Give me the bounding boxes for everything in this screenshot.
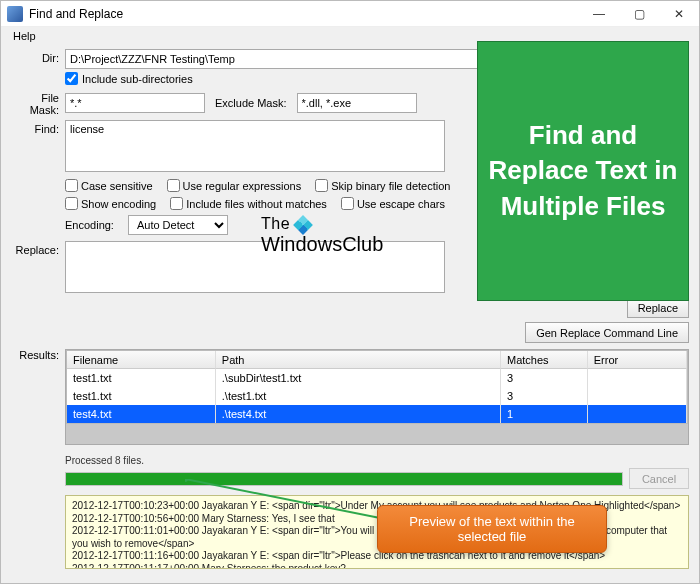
brand-logo-icon bbox=[293, 215, 313, 235]
encoding-label: Encoding: bbox=[65, 219, 114, 231]
show-encoding-label: Show encoding bbox=[81, 198, 156, 210]
cell-filename: test1.txt bbox=[67, 387, 216, 405]
col-path[interactable]: Path bbox=[216, 351, 501, 369]
case-sensitive-label: Case sensitive bbox=[81, 180, 153, 192]
dir-label: Dir: bbox=[11, 49, 65, 64]
find-label: Find: bbox=[11, 120, 65, 135]
titlebar: Find and Replace — ▢ ✕ bbox=[1, 1, 699, 27]
preview-line: 2012-12-17T00:11:17+00:00 Mary Starness:… bbox=[72, 563, 682, 570]
cell-error bbox=[588, 387, 687, 405]
include-subdirs-checkbox[interactable] bbox=[65, 72, 78, 85]
table-row[interactable]: test1.txt.\test1.txt3 bbox=[67, 387, 687, 405]
cell-filename: test1.txt bbox=[67, 369, 216, 387]
show-encoding-checkbox[interactable] bbox=[65, 197, 78, 210]
table-row[interactable]: test4.txt.\test4.txt1 bbox=[67, 405, 687, 423]
brand-line1: The bbox=[261, 215, 290, 232]
results-table[interactable]: Filename Path Matches Error test1.txt.\s… bbox=[66, 350, 688, 424]
results-table-container: Filename Path Matches Error test1.txt.\s… bbox=[65, 349, 689, 445]
minimize-button[interactable]: — bbox=[579, 1, 619, 27]
include-nomatch-label: Include files without matches bbox=[186, 198, 327, 210]
col-filename[interactable]: Filename bbox=[67, 351, 216, 369]
cell-error bbox=[588, 405, 687, 423]
skip-binary-checkbox[interactable] bbox=[315, 179, 328, 192]
table-row[interactable]: test1.txt.\subDir\test1.txt3 bbox=[67, 369, 687, 387]
preview-callout-text: Preview of the text within the selected … bbox=[409, 514, 574, 544]
window-title: Find and Replace bbox=[29, 7, 579, 21]
cell-path: .\test4.txt bbox=[216, 405, 501, 423]
skip-binary-label: Skip binary file detection bbox=[331, 180, 450, 192]
cell-matches: 1 bbox=[501, 405, 588, 423]
cell-matches: 3 bbox=[501, 387, 588, 405]
encoding-select[interactable]: Auto Detect bbox=[128, 215, 228, 235]
excludemask-label: Exclude Mask: bbox=[215, 97, 287, 109]
gen-cmdline-button[interactable]: Gen Replace Command Line bbox=[525, 322, 689, 343]
cell-path: .\test1.txt bbox=[216, 387, 501, 405]
replace-label: Replace: bbox=[11, 241, 65, 256]
app-icon bbox=[7, 6, 23, 22]
menu-help[interactable]: Help bbox=[7, 29, 42, 43]
preview-callout: Preview of the text within the selected … bbox=[377, 505, 607, 553]
find-input[interactable] bbox=[65, 120, 445, 172]
cell-path: .\subDir\test1.txt bbox=[216, 369, 501, 387]
filemask-label: File Mask: bbox=[11, 89, 65, 116]
use-escape-label: Use escape chars bbox=[357, 198, 445, 210]
filemask-input[interactable] bbox=[65, 93, 205, 113]
cell-matches: 3 bbox=[501, 369, 588, 387]
results-label: Results: bbox=[11, 349, 65, 361]
brand-line2: WindowsClub bbox=[261, 233, 383, 256]
close-button[interactable]: ✕ bbox=[659, 1, 699, 27]
progress-bar bbox=[65, 472, 623, 486]
cell-error bbox=[588, 369, 687, 387]
use-escape-checkbox[interactable] bbox=[341, 197, 354, 210]
col-error[interactable]: Error bbox=[588, 351, 687, 369]
headline-banner: Find and Replace Text in Multiple Files bbox=[477, 41, 689, 301]
col-matches[interactable]: Matches bbox=[501, 351, 588, 369]
include-nomatch-checkbox[interactable] bbox=[170, 197, 183, 210]
case-sensitive-checkbox[interactable] bbox=[65, 179, 78, 192]
window-controls: — ▢ ✕ bbox=[579, 1, 699, 27]
use-regex-label: Use regular expressions bbox=[183, 180, 302, 192]
include-subdirs-label: Include sub-directories bbox=[82, 73, 193, 85]
cancel-button[interactable]: Cancel bbox=[629, 468, 689, 489]
excludemask-input[interactable] bbox=[297, 93, 417, 113]
maximize-button[interactable]: ▢ bbox=[619, 1, 659, 27]
app-window: Find and Replace — ▢ ✕ Help Dir: ... Inc… bbox=[0, 0, 700, 584]
brand-overlay: The WindowsClub bbox=[261, 215, 383, 256]
cell-filename: test4.txt bbox=[67, 405, 216, 423]
use-regex-checkbox[interactable] bbox=[167, 179, 180, 192]
headline-text: Find and Replace Text in Multiple Files bbox=[488, 118, 678, 223]
replace-input[interactable] bbox=[65, 241, 445, 293]
processed-status: Processed 8 files. bbox=[65, 453, 689, 468]
